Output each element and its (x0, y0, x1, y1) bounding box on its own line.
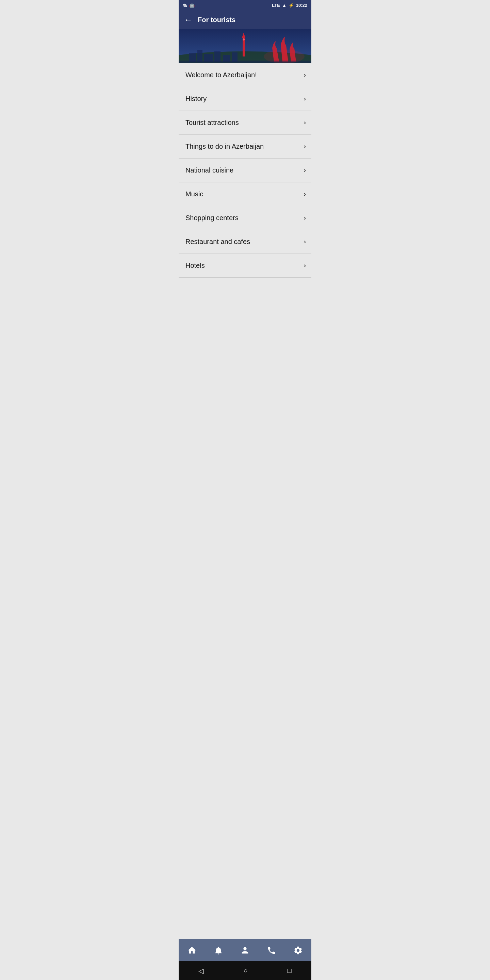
chevron-icon-welcome: › (304, 72, 306, 79)
menu-item-label-things-to-do: Things to do in Azerbaijan (185, 143, 264, 150)
menu-item-music[interactable]: Music › (179, 182, 311, 206)
svg-rect-10 (232, 52, 237, 62)
chevron-icon-hotels: › (304, 262, 306, 269)
chevron-icon-restaurant-cafes: › (304, 238, 306, 245)
svg-rect-5 (189, 53, 196, 62)
menu-item-label-restaurant-cafes: Restaurant and cafes (185, 238, 250, 246)
android-recent-button[interactable]: □ (287, 967, 291, 975)
signal-icon: ▲ (282, 3, 286, 8)
chevron-icon-tourist-attractions: › (304, 119, 306, 126)
menu-item-label-tourist-attractions: Tourist attractions (185, 119, 239, 127)
menu-item-label-hotels: Hotels (185, 262, 205, 269)
nav-settings[interactable] (293, 946, 303, 955)
nav-notifications[interactable] (214, 946, 223, 955)
menu-item-label-welcome: Welcome to Azerbaijan! (185, 71, 257, 79)
network-indicator: LTE (272, 3, 280, 8)
svg-rect-6 (197, 50, 202, 62)
chevron-icon-shopping-centers: › (304, 215, 306, 221)
menu-item-restaurant-cafes[interactable]: Restaurant and cafes › (179, 230, 311, 254)
battery-icon: ⚡ (288, 3, 294, 8)
nav-home[interactable] (187, 946, 197, 955)
android-nav-bar: ◁ ○ □ (179, 961, 311, 980)
menu-item-label-history: History (185, 95, 207, 103)
bottom-navigation (179, 939, 311, 961)
android-home-button[interactable]: ○ (243, 967, 247, 975)
menu-item-national-cuisine[interactable]: National cuisine › (179, 159, 311, 182)
back-button[interactable]: ← (184, 16, 192, 24)
chevron-icon-national-cuisine: › (304, 167, 306, 174)
page-title: For tourists (198, 16, 235, 24)
menu-item-shopping-centers[interactable]: Shopping centers › (179, 206, 311, 230)
svg-point-12 (264, 50, 305, 63)
menu-item-history[interactable]: History › (179, 87, 311, 111)
menu-item-things-to-do[interactable]: Things to do in Azerbaijan › (179, 135, 311, 159)
status-bar: 🛍 🤖 LTE ▲ ⚡ 10:22 (179, 0, 311, 10)
status-icon-robot: 🤖 (189, 3, 195, 8)
chevron-icon-history: › (304, 95, 306, 102)
chevron-icon-things-to-do: › (304, 143, 306, 150)
chevron-icon-music: › (304, 191, 306, 198)
app-header: ← For tourists (179, 10, 311, 29)
status-icon-bag: 🛍 (183, 3, 187, 8)
menu-item-label-national-cuisine: National cuisine (185, 166, 234, 174)
nav-phone[interactable] (267, 946, 276, 955)
menu-item-hotels[interactable]: Hotels › (179, 254, 311, 278)
svg-point-4 (243, 38, 245, 40)
svg-rect-8 (215, 51, 221, 62)
clock: 10:22 (296, 3, 307, 8)
menu-item-welcome[interactable]: Welcome to Azerbaijan! › (179, 63, 311, 87)
menu-item-label-shopping-centers: Shopping centers (185, 214, 239, 222)
menu-item-tourist-attractions[interactable]: Tourist attractions › (179, 111, 311, 135)
hero-banner (179, 29, 311, 63)
menu-item-label-music: Music (185, 190, 203, 198)
android-back-button[interactable]: ◁ (198, 967, 204, 975)
svg-rect-7 (204, 54, 213, 62)
menu-list: Welcome to Azerbaijan! › History › Touri… (179, 63, 311, 939)
nav-profile[interactable] (240, 946, 250, 955)
